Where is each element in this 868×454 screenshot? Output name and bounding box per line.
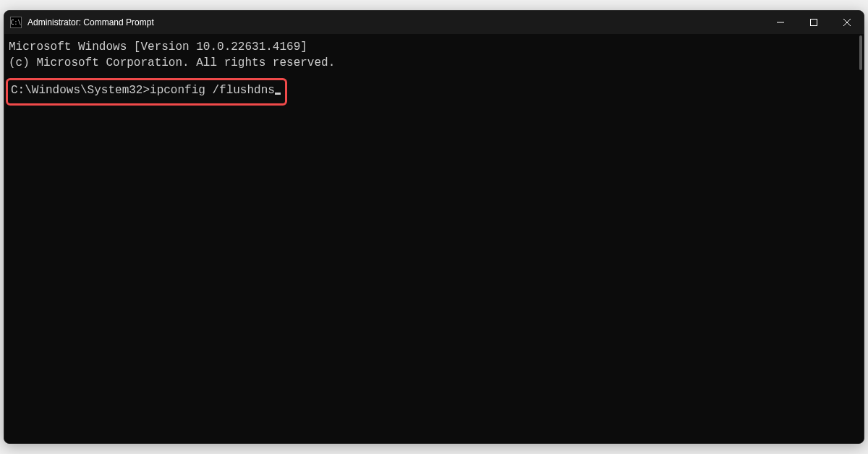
window-controls [764,11,864,34]
maximize-icon [810,19,817,26]
minimize-button[interactable] [764,11,797,34]
cmd-icon: C:\ [10,17,22,28]
close-button[interactable] [830,11,864,34]
svg-rect-1 [811,20,817,26]
titlebar[interactable]: C:\ Administrator: Command Prompt [4,11,864,34]
typed-command[interactable]: ipconfig /flushdns [150,84,275,97]
command-prompt-window: C:\ Administrator: Command Prompt Micros… [4,10,864,444]
text-cursor [275,93,281,95]
close-icon [843,19,851,26]
prompt-line: C:\Windows\System32>ipconfig /flushdns [11,83,281,99]
terminal-body[interactable]: Microsoft Windows [Version 10.0.22631.41… [4,34,864,443]
scrollbar-track[interactable] [855,35,862,439]
window-title: Administrator: Command Prompt [27,17,154,27]
maximize-button[interactable] [797,11,830,34]
scrollbar-thumb[interactable] [859,35,862,70]
minimize-icon [777,19,784,26]
banner-line-2: (c) Microsoft Corporation. All rights re… [9,56,859,72]
banner-line-1: Microsoft Windows [Version 10.0.22631.41… [9,40,859,56]
command-highlight-annotation: C:\Windows\System32>ipconfig /flushdns [6,78,287,106]
titlebar-left: C:\ Administrator: Command Prompt [10,17,154,28]
prompt-path: C:\Windows\System32> [11,84,150,97]
